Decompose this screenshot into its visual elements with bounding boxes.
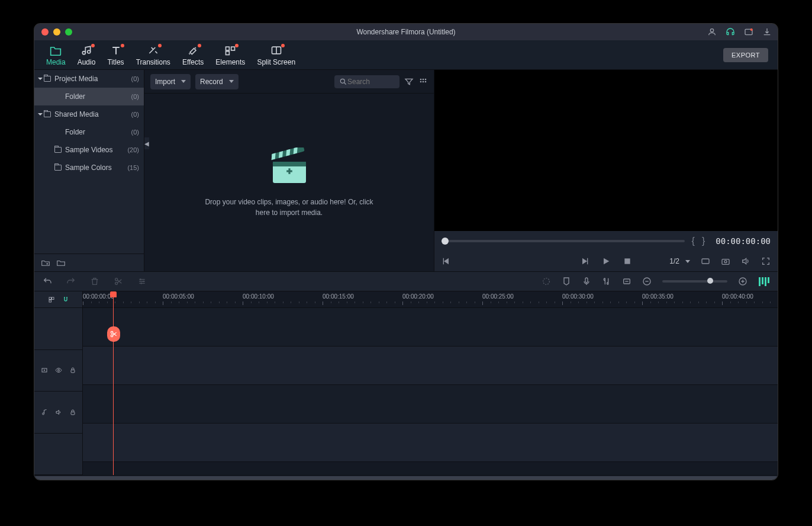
- ruler-tick: 00:00:15:00: [323, 293, 354, 300]
- svg-rect-40: [51, 297, 54, 300]
- ruler-tick: 00:00:25:00: [482, 293, 514, 300]
- ruler-tick: 00:00:20:00: [402, 293, 434, 300]
- maximize-window[interactable]: [65, 28, 72, 36]
- close-window[interactable]: [41, 28, 49, 36]
- svg-point-43: [57, 370, 59, 371]
- svg-point-2: [750, 28, 753, 31]
- tab-transitions[interactable]: Transitions: [130, 44, 176, 66]
- grid-view-icon[interactable]: [418, 77, 428, 86]
- time-ruler[interactable]: 00:00:00:0000:00:05:0000:00:10:0000:00:1…: [83, 291, 778, 308]
- track-header-empty2: [34, 434, 82, 476]
- tab-label: Media: [46, 58, 66, 66]
- delete-icon[interactable]: [90, 277, 99, 286]
- ruler-tick: 00:00:05:00: [163, 293, 194, 300]
- lock-icon[interactable]: [69, 409, 76, 416]
- app-window: Wondershare Filmora (Untitled) Media Aud…: [34, 24, 778, 480]
- sidebar-item[interactable]: Sample Colors(15): [34, 159, 144, 177]
- track-header-empty1: [34, 308, 82, 350]
- playhead[interactable]: [113, 291, 114, 475]
- preview-zoom-select[interactable]: 1/2: [669, 257, 690, 265]
- import-dropdown[interactable]: Import: [150, 74, 191, 89]
- video-track-icon[interactable]: [41, 367, 48, 374]
- tab-split-screen[interactable]: Split Screen: [251, 44, 301, 66]
- tab-label: Effects: [182, 58, 204, 66]
- svg-point-32: [143, 281, 144, 283]
- tab-label: Elements: [215, 58, 245, 66]
- export-button[interactable]: EXPORT: [723, 48, 768, 62]
- sidebar-item[interactable]: Folder(0): [34, 123, 144, 141]
- download-icon[interactable]: [762, 27, 772, 37]
- keyframe-icon[interactable]: [622, 277, 631, 286]
- svg-rect-25: [624, 258, 630, 264]
- svg-rect-5: [226, 47, 230, 50]
- sidebar-item[interactable]: Sample Videos(20): [34, 141, 144, 159]
- edit-props-icon[interactable]: [137, 277, 147, 286]
- playback-progress[interactable]: [442, 240, 685, 242]
- zoom-out-icon[interactable]: [642, 277, 652, 286]
- split-icon[interactable]: [114, 277, 123, 286]
- zoom-in-icon[interactable]: [738, 277, 747, 286]
- mute-icon[interactable]: [55, 409, 62, 416]
- tab-audio[interactable]: Audio: [72, 44, 102, 66]
- svg-point-47: [111, 331, 113, 333]
- render-icon[interactable]: [542, 277, 551, 286]
- svg-point-9: [340, 79, 344, 83]
- tab-titles[interactable]: Titles: [101, 44, 130, 66]
- splitscreen-icon: [270, 45, 282, 56]
- visibility-icon[interactable]: [55, 367, 62, 374]
- undo-icon[interactable]: [43, 277, 52, 286]
- tab-elements[interactable]: Elements: [210, 44, 251, 66]
- minimize-window[interactable]: [53, 28, 60, 36]
- ruler-tick: 00:00:00:00: [83, 293, 114, 300]
- lock-icon[interactable]: [69, 367, 76, 374]
- quality-icon[interactable]: [701, 256, 710, 266]
- fullscreen-icon[interactable]: [761, 256, 771, 266]
- marker-icon[interactable]: [562, 277, 571, 286]
- snapshot-icon[interactable]: [721, 256, 730, 266]
- voiceover-icon[interactable]: [582, 277, 591, 286]
- tab-effects[interactable]: Effects: [176, 44, 210, 66]
- volume-icon[interactable]: [741, 256, 750, 266]
- frame-forward-icon[interactable]: [580, 256, 589, 266]
- titlebar: Wondershare Filmora (Untitled): [34, 24, 778, 40]
- collapse-sidebar[interactable]: ◀: [144, 137, 149, 149]
- play-icon[interactable]: [601, 256, 611, 266]
- timeline-scrollbar[interactable]: [34, 475, 778, 480]
- timeline-zoom-slider[interactable]: [662, 280, 727, 283]
- split-cursor-icon[interactable]: [107, 326, 120, 342]
- redo-icon[interactable]: [66, 277, 76, 286]
- audio-mixer-icon[interactable]: [602, 277, 611, 286]
- step-back-icon[interactable]: [442, 256, 451, 266]
- svg-point-29: [115, 278, 118, 281]
- tab-media[interactable]: Media: [40, 44, 72, 66]
- account-icon[interactable]: [707, 27, 717, 37]
- search-input[interactable]: [347, 78, 395, 86]
- mark-out-icon[interactable]: }: [702, 236, 705, 246]
- window-title: Wondershare Filmora (Untitled): [356, 28, 455, 36]
- support-icon[interactable]: [726, 27, 735, 37]
- sidebar-item[interactable]: Folder(0): [34, 88, 144, 105]
- svg-point-14: [423, 81, 424, 82]
- svg-point-48: [111, 335, 113, 337]
- audio-track-icon[interactable]: [41, 409, 48, 416]
- search-box[interactable]: [334, 75, 399, 88]
- clapper-icon: [266, 147, 313, 186]
- snap-icon[interactable]: [62, 296, 69, 303]
- record-dropdown[interactable]: Record: [195, 74, 239, 89]
- mark-in-icon[interactable]: {: [692, 236, 695, 246]
- video-preview[interactable]: [434, 70, 778, 231]
- window-controls: [34, 28, 72, 36]
- sidebar-item[interactable]: Project Media(0): [34, 70, 144, 88]
- stop-icon[interactable]: [623, 256, 632, 266]
- audio-meter-icon[interactable]: [758, 277, 769, 286]
- messages-icon[interactable]: [744, 27, 753, 37]
- manage-tracks-icon[interactable]: [48, 296, 55, 303]
- sidebar-item[interactable]: Shared Media(0): [34, 105, 144, 123]
- svg-rect-26: [702, 259, 709, 264]
- new-folder-icon[interactable]: [41, 259, 50, 267]
- filter-icon[interactable]: [404, 77, 414, 86]
- svg-rect-19: [271, 153, 275, 160]
- media-dropzone[interactable]: Drop your video clips, images, or audio …: [144, 94, 434, 271]
- tracks-area[interactable]: 00:00:00:0000:00:05:0000:00:10:0000:00:1…: [83, 291, 778, 475]
- folder-icon[interactable]: [57, 259, 65, 267]
